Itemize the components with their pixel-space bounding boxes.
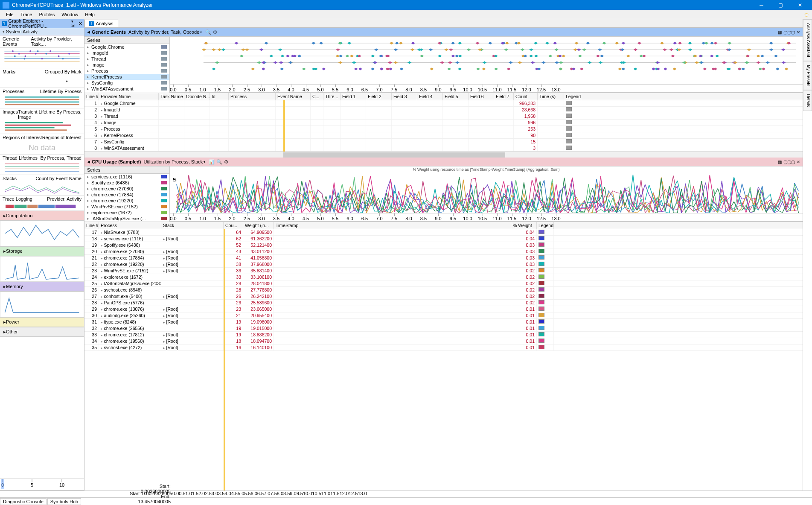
column-header[interactable]: Field 7 bbox=[494, 93, 514, 100]
tab-analysis[interactable]: 1 Analysis bbox=[84, 20, 118, 27]
table-row[interactable]: 35▸ svchost.exe (4272)▸ [Root]1616.14010… bbox=[84, 344, 803, 351]
maximize-button[interactable]: ▢ bbox=[771, 0, 790, 10]
preset-dropdown[interactable]: ▾ bbox=[200, 30, 202, 34]
bottom-ruler[interactable]: 0.00.51.01.52.02.53.03.54.04.55.05.56.06… bbox=[172, 491, 803, 498]
table-row[interactable]: 25▸ IAStorDataMgrSvc.exe (2032)2828.0418… bbox=[84, 280, 803, 287]
column-header[interactable]: Line # bbox=[84, 93, 99, 100]
search-icon[interactable]: 🔍 bbox=[216, 159, 222, 165]
series-item[interactable]: ▸Google.Chrome bbox=[84, 44, 169, 50]
processes-thumb[interactable] bbox=[0, 95, 84, 108]
table-row[interactable]: 7▸ SysConfig15 bbox=[84, 139, 803, 145]
series-item[interactable]: ▸Process bbox=[84, 68, 169, 74]
ge-scrollbar[interactable] bbox=[84, 152, 803, 158]
table-row[interactable]: 3▸ Thread1,958 bbox=[84, 113, 803, 120]
column-header[interactable]: Field 6 bbox=[469, 93, 494, 100]
column-header[interactable]: Field 4 bbox=[417, 93, 443, 100]
column-header[interactable]: Id bbox=[210, 93, 229, 100]
tracelog-row[interactable]: Trace Logging Provider, Activity bbox=[0, 196, 84, 202]
tracelog-thumb[interactable] bbox=[0, 202, 84, 211]
menu-file[interactable]: File bbox=[3, 11, 17, 18]
table-row[interactable]: 20▸ chrome.exe (27080)▸ [Root]4343.01120… bbox=[84, 248, 803, 255]
memory-thumb[interactable] bbox=[0, 292, 84, 317]
table-row[interactable]: 8▸ WinSATAssessment3 bbox=[84, 145, 803, 152]
category-memory[interactable]: ▸Memory bbox=[0, 282, 84, 292]
table-row[interactable]: 6▸ KernelProcess90 bbox=[84, 132, 803, 139]
category-power[interactable]: ▸Power bbox=[0, 317, 84, 327]
settings-icon[interactable]: ⚙ bbox=[213, 29, 217, 35]
diagnostic-console-button[interactable]: Diagnostic Console bbox=[0, 498, 47, 505]
series-item[interactable]: ▸KernelProcess bbox=[84, 74, 169, 80]
cpu-ruler[interactable]: 0.00.51.01.52.02.53.03.54.04.55.05.56.06… bbox=[170, 213, 803, 222]
symbols-hub-button[interactable]: Symbols Hub bbox=[47, 498, 81, 505]
series-item[interactable]: ▸WmiPrvSE.exe (7152) bbox=[84, 204, 169, 210]
tab-my-presets[interactable]: My Presets bbox=[803, 61, 812, 90]
column-header[interactable]: Field 5 bbox=[443, 93, 469, 100]
cpu-graph[interactable]: % Weight using resource time as [TimeSta… bbox=[170, 166, 803, 222]
table-row[interactable]: 31▸ itype.exe (8248)▸ [Root]1919.0980000… bbox=[84, 319, 803, 325]
close-button[interactable]: ✕ bbox=[790, 0, 809, 10]
chart-icon[interactable]: 📊 bbox=[209, 159, 215, 165]
column-header[interactable]: Event Name bbox=[276, 93, 311, 100]
category-computation[interactable]: ▸Computation bbox=[0, 211, 84, 221]
table-row[interactable]: 23▸ WmiPrvSE.exe (7152)▸ [Root]3635.8814… bbox=[84, 268, 803, 274]
table-row[interactable]: 5▸ Process253 bbox=[84, 126, 803, 132]
series-item[interactable]: ▸WinSATAssessment bbox=[84, 86, 169, 92]
category-storage[interactable]: ▸Storage bbox=[0, 246, 84, 256]
series-item[interactable]: ▸chrome.exe (17884) bbox=[84, 192, 169, 198]
tab-details[interactable]: Details bbox=[803, 90, 812, 111]
cpu-table-body[interactable]: 17▸ NisSrv.exe (8788)6464.9095000.0418▸ … bbox=[84, 229, 803, 490]
stacks-thumb[interactable] bbox=[0, 182, 84, 196]
column-header[interactable]: Process bbox=[99, 222, 161, 229]
view-toggle-icon[interactable]: ▦ bbox=[778, 160, 782, 164]
menu-profiles[interactable]: Profiles bbox=[35, 11, 58, 18]
search-icon[interactable]: 🔍 bbox=[205, 29, 211, 35]
threads-thumb[interactable] bbox=[0, 161, 84, 175]
settings-icon[interactable]: ⚙ bbox=[224, 159, 228, 165]
column-header[interactable]: Process bbox=[229, 93, 276, 100]
roi-row[interactable]: Regions of Interest Regions of Interest bbox=[0, 134, 84, 141]
column-header[interactable]: % Weight bbox=[511, 222, 537, 229]
marks-thumb[interactable] bbox=[0, 75, 84, 88]
table-row[interactable]: 22▸ chrome.exe (19220)▸ [Root]3837.96800… bbox=[84, 261, 803, 268]
layout-icon[interactable]: ▢▢▢ bbox=[783, 160, 795, 164]
column-header[interactable]: Line # bbox=[84, 222, 99, 229]
panel-close-icon[interactable]: ✕ bbox=[797, 30, 800, 35]
table-row[interactable]: 17▸ NisSrv.exe (8788)6464.9095000.04 bbox=[84, 229, 803, 236]
generic-events-thumb[interactable] bbox=[0, 48, 84, 68]
storage-thumb[interactable] bbox=[0, 256, 84, 282]
ge-table-body[interactable]: 1▸ Google.Chrome966,3832▸ ImageId28,6683… bbox=[84, 100, 803, 152]
ge-ruler[interactable]: 0.00.51.01.52.02.53.03.54.04.55.05.56.06… bbox=[170, 84, 803, 93]
processes-row[interactable]: Processes Lifetime By Process bbox=[0, 88, 84, 95]
computation-thumb[interactable] bbox=[0, 221, 84, 246]
menu-window[interactable]: Window bbox=[58, 11, 81, 18]
series-item[interactable]: ▸Thread bbox=[84, 56, 169, 62]
pane-dropdown[interactable]: ▾ ⇲ bbox=[71, 19, 77, 28]
ge-timeline[interactable]: 0 5 10 bbox=[0, 479, 84, 490]
table-row[interactable]: 29▸ chrome.exe (13076)▸ [Root]2323.06500… bbox=[84, 306, 803, 312]
generic-events-row[interactable]: Generic Events Activity by Provider, Tas… bbox=[0, 35, 84, 48]
table-row[interactable]: 32▸ chrome.exe (26556)1919.0150000.01 bbox=[84, 325, 803, 332]
column-header[interactable]: Weight (in... bbox=[243, 222, 274, 229]
feedback-icon[interactable]: ☺ bbox=[803, 11, 809, 18]
series-item[interactable]: ▸chrome.exe (19220) bbox=[84, 198, 169, 204]
table-row[interactable]: 1▸ Google.Chrome966,383 bbox=[84, 100, 803, 107]
table-row[interactable]: 19▸ Spotify.exe (6436)5252.1214000.03 bbox=[84, 242, 803, 248]
table-row[interactable]: 30▸ audiodg.exe (25260)▸ [Root]2120.9554… bbox=[84, 312, 803, 319]
tab-analysis-assistant[interactable]: Analysis Assistant bbox=[803, 19, 812, 61]
marks-row[interactable]: Marks Grouped By Mark bbox=[0, 68, 84, 75]
column-header[interactable]: Count bbox=[514, 93, 538, 100]
table-row[interactable]: 27▸ conhost.exe (5400)▸ [Root]2626.24210… bbox=[84, 293, 803, 300]
series-item[interactable]: ▸Spotify.exe (6436) bbox=[84, 180, 169, 186]
column-header[interactable]: C... bbox=[311, 93, 323, 100]
column-header[interactable]: Time (s) bbox=[538, 93, 564, 100]
column-header[interactable]: Provider Name bbox=[99, 93, 159, 100]
series-item[interactable]: ▸services.exe (1116) bbox=[84, 174, 169, 180]
column-header[interactable]: Cou... bbox=[224, 222, 243, 229]
table-row[interactable]: 4▸ Image996 bbox=[84, 120, 803, 126]
series-item[interactable]: ▸Image bbox=[84, 62, 169, 68]
minimize-button[interactable]: ─ bbox=[752, 0, 771, 10]
table-row[interactable]: 26▸ svchost.exe (8948)2827.7768000.02 bbox=[84, 287, 803, 293]
table-row[interactable]: 18▸ services.exe (1116)▸ [Root]6261.3622… bbox=[84, 236, 803, 242]
generic-events-panel-header[interactable]: ◀ Generic Events Activity by Provider, T… bbox=[84, 28, 803, 36]
cpu-divider[interactable] bbox=[224, 229, 225, 490]
